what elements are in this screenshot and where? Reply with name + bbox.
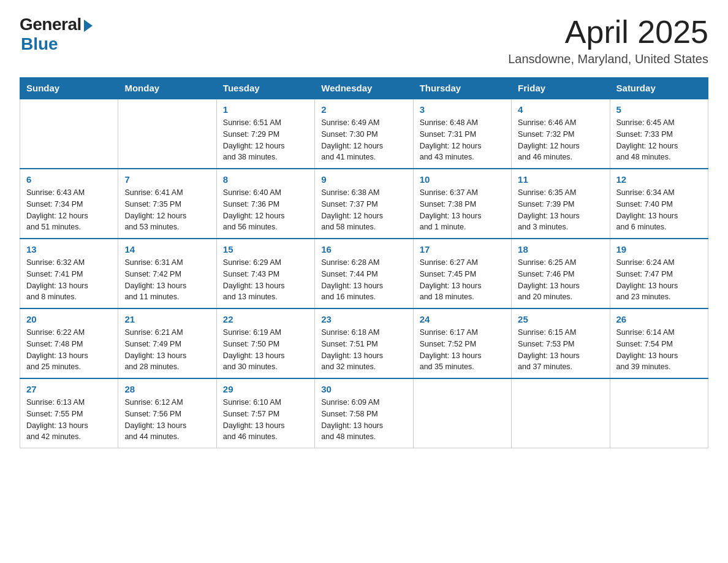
day-cell: 19Sunrise: 6:24 AMSunset: 7:47 PMDayligh… [610, 239, 708, 308]
day-cell [20, 99, 118, 169]
day-info: Sunrise: 6:40 AMSunset: 7:36 PMDaylight:… [223, 187, 308, 233]
month-title: April 2025 [508, 15, 708, 50]
day-cell: 1Sunrise: 6:51 AMSunset: 7:29 PMDaylight… [216, 99, 314, 169]
logo-blue-text: Blue [21, 34, 58, 54]
day-info: Sunrise: 6:43 AMSunset: 7:34 PMDaylight:… [26, 187, 112, 233]
day-number: 28 [124, 384, 210, 394]
day-cell: 24Sunrise: 6:17 AMSunset: 7:52 PMDayligh… [413, 308, 511, 378]
day-number: 29 [223, 384, 308, 394]
header-right: April 2025 Lansdowne, Maryland, United S… [508, 15, 708, 66]
day-number: 17 [420, 244, 505, 255]
weekday-header-thursday: Thursday [413, 78, 511, 99]
calendar-table: SundayMondayTuesdayWednesdayThursdayFrid… [20, 77, 708, 448]
day-cell: 8Sunrise: 6:40 AMSunset: 7:36 PMDaylight… [216, 169, 314, 239]
day-cell: 10Sunrise: 6:37 AMSunset: 7:38 PMDayligh… [413, 169, 511, 239]
day-info: Sunrise: 6:09 AMSunset: 7:58 PMDaylight:… [321, 397, 406, 443]
day-cell: 18Sunrise: 6:25 AMSunset: 7:46 PMDayligh… [512, 239, 610, 308]
location-text: Lansdowne, Maryland, United States [508, 52, 708, 66]
day-info: Sunrise: 6:37 AMSunset: 7:38 PMDaylight:… [420, 187, 505, 233]
day-cell: 20Sunrise: 6:22 AMSunset: 7:48 PMDayligh… [20, 308, 118, 378]
day-number: 14 [124, 244, 210, 255]
day-info: Sunrise: 6:32 AMSunset: 7:41 PMDaylight:… [26, 257, 112, 303]
day-cell: 28Sunrise: 6:12 AMSunset: 7:56 PMDayligh… [118, 378, 216, 448]
day-cell [512, 378, 610, 448]
day-info: Sunrise: 6:14 AMSunset: 7:54 PMDaylight:… [616, 327, 702, 373]
day-number: 12 [616, 174, 702, 185]
day-number: 23 [321, 314, 406, 324]
day-info: Sunrise: 6:28 AMSunset: 7:44 PMDaylight:… [321, 257, 406, 303]
day-number: 27 [26, 384, 112, 394]
day-info: Sunrise: 6:51 AMSunset: 7:29 PMDaylight:… [223, 117, 308, 163]
day-number: 3 [420, 104, 505, 115]
day-info: Sunrise: 6:21 AMSunset: 7:49 PMDaylight:… [124, 327, 210, 373]
day-number: 25 [518, 314, 603, 324]
day-cell: 5Sunrise: 6:45 AMSunset: 7:33 PMDaylight… [610, 99, 708, 169]
day-info: Sunrise: 6:17 AMSunset: 7:52 PMDaylight:… [420, 327, 505, 373]
day-number: 15 [223, 244, 308, 255]
day-info: Sunrise: 6:48 AMSunset: 7:31 PMDaylight:… [420, 117, 505, 163]
week-row-4: 20Sunrise: 6:22 AMSunset: 7:48 PMDayligh… [20, 308, 708, 378]
day-cell: 29Sunrise: 6:10 AMSunset: 7:57 PMDayligh… [216, 378, 314, 448]
logo: General Blue [20, 15, 93, 54]
day-info: Sunrise: 6:41 AMSunset: 7:35 PMDaylight:… [124, 187, 210, 233]
weekday-header-friday: Friday [512, 78, 610, 99]
weekday-header-saturday: Saturday [610, 78, 708, 99]
weekday-header-tuesday: Tuesday [216, 78, 314, 99]
day-info: Sunrise: 6:45 AMSunset: 7:33 PMDaylight:… [616, 117, 702, 163]
day-number: 10 [420, 174, 505, 185]
day-cell: 21Sunrise: 6:21 AMSunset: 7:49 PMDayligh… [118, 308, 216, 378]
day-number: 13 [26, 244, 112, 255]
day-cell: 14Sunrise: 6:31 AMSunset: 7:42 PMDayligh… [118, 239, 216, 308]
day-info: Sunrise: 6:13 AMSunset: 7:55 PMDaylight:… [26, 397, 112, 443]
day-info: Sunrise: 6:10 AMSunset: 7:57 PMDaylight:… [223, 397, 308, 443]
day-info: Sunrise: 6:15 AMSunset: 7:53 PMDaylight:… [518, 327, 603, 373]
day-info: Sunrise: 6:29 AMSunset: 7:43 PMDaylight:… [223, 257, 308, 303]
week-row-2: 6Sunrise: 6:43 AMSunset: 7:34 PMDaylight… [20, 169, 708, 239]
day-cell: 17Sunrise: 6:27 AMSunset: 7:45 PMDayligh… [413, 239, 511, 308]
day-number: 26 [616, 314, 702, 324]
day-cell: 7Sunrise: 6:41 AMSunset: 7:35 PMDaylight… [118, 169, 216, 239]
day-cell: 27Sunrise: 6:13 AMSunset: 7:55 PMDayligh… [20, 378, 118, 448]
day-number: 9 [321, 174, 406, 185]
day-cell: 6Sunrise: 6:43 AMSunset: 7:34 PMDaylight… [20, 169, 118, 239]
day-info: Sunrise: 6:31 AMSunset: 7:42 PMDaylight:… [124, 257, 210, 303]
day-number: 6 [26, 174, 112, 185]
day-number: 20 [26, 314, 112, 324]
weekday-header-sunday: Sunday [20, 78, 118, 99]
day-cell: 9Sunrise: 6:38 AMSunset: 7:37 PMDaylight… [315, 169, 413, 239]
day-info: Sunrise: 6:27 AMSunset: 7:45 PMDaylight:… [420, 257, 505, 303]
day-number: 1 [223, 104, 308, 115]
day-info: Sunrise: 6:24 AMSunset: 7:47 PMDaylight:… [616, 257, 702, 303]
logo-general-text: General [20, 15, 82, 34]
day-cell: 3Sunrise: 6:48 AMSunset: 7:31 PMDaylight… [413, 99, 511, 169]
day-number: 18 [518, 244, 603, 255]
day-cell: 22Sunrise: 6:19 AMSunset: 7:50 PMDayligh… [216, 308, 314, 378]
day-number: 11 [518, 174, 603, 185]
day-cell: 2Sunrise: 6:49 AMSunset: 7:30 PMDaylight… [315, 99, 413, 169]
day-number: 30 [321, 384, 406, 394]
day-number: 22 [223, 314, 308, 324]
day-cell: 16Sunrise: 6:28 AMSunset: 7:44 PMDayligh… [315, 239, 413, 308]
day-info: Sunrise: 6:19 AMSunset: 7:50 PMDaylight:… [223, 327, 308, 373]
day-cell: 26Sunrise: 6:14 AMSunset: 7:54 PMDayligh… [610, 308, 708, 378]
day-cell: 25Sunrise: 6:15 AMSunset: 7:53 PMDayligh… [512, 308, 610, 378]
day-cell: 15Sunrise: 6:29 AMSunset: 7:43 PMDayligh… [216, 239, 314, 308]
day-cell [118, 99, 216, 169]
day-number: 16 [321, 244, 406, 255]
week-row-3: 13Sunrise: 6:32 AMSunset: 7:41 PMDayligh… [20, 239, 708, 308]
day-number: 8 [223, 174, 308, 185]
weekday-header-wednesday: Wednesday [315, 78, 413, 99]
day-cell: 11Sunrise: 6:35 AMSunset: 7:39 PMDayligh… [512, 169, 610, 239]
day-info: Sunrise: 6:38 AMSunset: 7:37 PMDaylight:… [321, 187, 406, 233]
day-number: 4 [518, 104, 603, 115]
day-cell: 12Sunrise: 6:34 AMSunset: 7:40 PMDayligh… [610, 169, 708, 239]
day-cell [610, 378, 708, 448]
day-info: Sunrise: 6:49 AMSunset: 7:30 PMDaylight:… [321, 117, 406, 163]
day-cell [413, 378, 511, 448]
day-info: Sunrise: 6:25 AMSunset: 7:46 PMDaylight:… [518, 257, 603, 303]
day-number: 5 [616, 104, 702, 115]
day-info: Sunrise: 6:18 AMSunset: 7:51 PMDaylight:… [321, 327, 406, 373]
logo-arrow-icon [84, 20, 93, 32]
day-number: 2 [321, 104, 406, 115]
day-number: 21 [124, 314, 210, 324]
